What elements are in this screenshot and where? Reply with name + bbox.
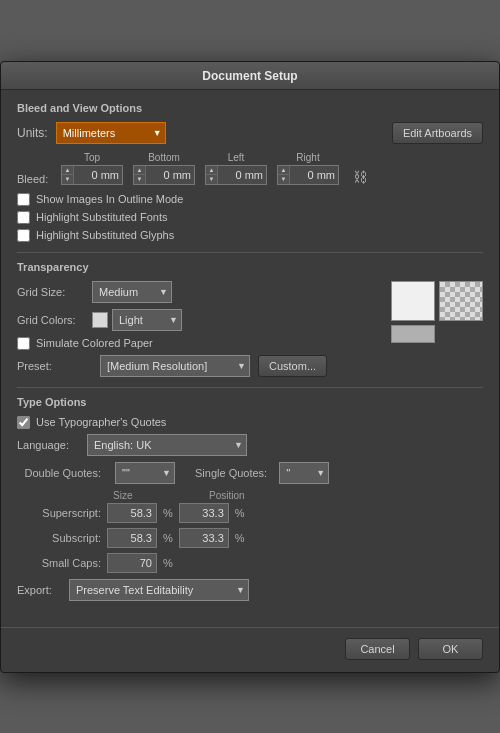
units-label: Units: bbox=[17, 126, 48, 140]
highlight-fonts-label: Highlight Substituted Fonts bbox=[36, 211, 167, 223]
simulate-paper-checkbox[interactable] bbox=[17, 337, 30, 350]
superscript-inputs: % % bbox=[107, 503, 245, 523]
superscript-label: Superscript: bbox=[17, 507, 107, 519]
dialog-footer: Cancel OK bbox=[1, 627, 499, 672]
edit-artboards-button[interactable]: Edit Artboards bbox=[392, 122, 483, 144]
show-images-checkbox[interactable] bbox=[17, 193, 30, 206]
quotes-row: Double Quotes: "" '' ▼ Single Quotes: ''… bbox=[17, 462, 483, 484]
bleed-label: Bleed: bbox=[17, 173, 55, 185]
units-select-wrapper: Millimeters Points Pixels Inches ▼ bbox=[56, 122, 166, 144]
language-row: Language: English: UK English: USA ▼ bbox=[17, 434, 483, 456]
grid-size-select[interactable]: Medium Small Large bbox=[92, 281, 172, 303]
bleed-left-label: Left bbox=[228, 152, 245, 163]
bleed-view-title: Bleed and View Options bbox=[17, 102, 483, 114]
preset-label: Preset: bbox=[17, 360, 92, 372]
bleed-left-arrows: ▲ ▼ bbox=[206, 166, 218, 184]
bleed-view-section: Bleed and View Options Units: Millimeter… bbox=[17, 102, 483, 242]
bleed-left-input[interactable] bbox=[218, 166, 266, 184]
units-select[interactable]: Millimeters Points Pixels Inches bbox=[56, 122, 166, 144]
preset-row: Preset: [Medium Resolution] [High Resolu… bbox=[17, 355, 483, 377]
divider-1 bbox=[17, 252, 483, 253]
single-quotes-label: Single Quotes: bbox=[195, 467, 267, 479]
trans-top-row bbox=[391, 281, 483, 321]
language-select-wrapper: English: UK English: USA ▼ bbox=[87, 434, 247, 456]
subscript-size-input[interactable] bbox=[107, 528, 157, 548]
subscript-position-input[interactable] bbox=[179, 528, 229, 548]
units-row: Units: Millimeters Points Pixels Inches … bbox=[17, 122, 483, 144]
bleed-bottom-input[interactable] bbox=[146, 166, 194, 184]
double-quotes-label: Double Quotes: bbox=[17, 467, 107, 479]
transparency-preview bbox=[391, 281, 483, 343]
position-col-label: Position bbox=[209, 490, 245, 501]
export-label: Export: bbox=[17, 584, 69, 596]
small-caps-row: Small Caps: % bbox=[17, 553, 483, 573]
checker-preview-box bbox=[439, 281, 483, 321]
grid-colors-select[interactable]: Light Medium Dark Custom bbox=[112, 309, 182, 331]
superscript-pos-pct: % bbox=[235, 507, 245, 519]
subscript-inputs: % % bbox=[107, 528, 245, 548]
preset-select[interactable]: [Medium Resolution] [High Resolution] [L… bbox=[100, 355, 250, 377]
superscript-position-input[interactable] bbox=[179, 503, 229, 523]
bleed-top-up[interactable]: ▲ bbox=[62, 166, 73, 176]
language-select[interactable]: English: UK English: USA bbox=[87, 434, 247, 456]
transparency-section: Transparency Grid Size: Medium Small bbox=[17, 261, 483, 377]
bleed-left-col: Left ▲ ▼ bbox=[205, 152, 267, 185]
bleed-top-spinner: ▲ ▼ bbox=[61, 165, 123, 185]
document-setup-dialog: Document Setup Bleed and View Options Un… bbox=[0, 61, 500, 673]
subscript-pos-pct: % bbox=[235, 532, 245, 544]
title-bar: Document Setup bbox=[1, 62, 499, 90]
bleed-bottom-arrows: ▲ ▼ bbox=[134, 166, 146, 184]
simulate-paper-label: Simulate Colored Paper bbox=[36, 337, 153, 349]
grid-colors-label: Grid Colors: bbox=[17, 314, 92, 326]
use-quotes-row: Use Typographer's Quotes bbox=[17, 416, 483, 429]
bleed-right-down[interactable]: ▼ bbox=[278, 175, 289, 184]
subscript-label: Subscript: bbox=[17, 532, 107, 544]
link-icon: ⛓ bbox=[353, 169, 367, 185]
preset-select-wrapper: [Medium Resolution] [High Resolution] [L… bbox=[100, 355, 250, 377]
export-row: Export: Preserve Text Editability Preser… bbox=[17, 579, 483, 601]
grid-colors-controls: Light Medium Dark Custom ▼ bbox=[92, 309, 182, 331]
highlight-fonts-row: Highlight Substituted Fonts bbox=[17, 211, 483, 224]
small-caps-label: Small Caps: bbox=[17, 557, 107, 569]
subscript-row: Subscript: % % bbox=[17, 528, 483, 548]
bleed-right-input[interactable] bbox=[290, 166, 338, 184]
single-quotes-select-wrapper: '' ▼ bbox=[279, 462, 329, 484]
export-select-wrapper: Preserve Text Editability Preserve Appea… bbox=[69, 579, 249, 601]
highlight-glyphs-checkbox[interactable] bbox=[17, 229, 30, 242]
show-images-row: Show Images In Outline Mode bbox=[17, 193, 483, 206]
trans-bottom-row bbox=[391, 325, 483, 343]
highlight-fonts-checkbox[interactable] bbox=[17, 211, 30, 224]
small-caps-input[interactable] bbox=[107, 553, 157, 573]
use-quotes-label: Use Typographer's Quotes bbox=[36, 416, 166, 428]
cancel-button[interactable]: Cancel bbox=[345, 638, 410, 660]
units-left: Units: Millimeters Points Pixels Inches … bbox=[17, 122, 166, 144]
bleed-right-col: Right ▲ ▼ bbox=[277, 152, 339, 185]
bleed-row: Bleed: Top ▲ ▼ bbox=[17, 152, 483, 185]
grid-color-swatch[interactable] bbox=[92, 312, 108, 328]
use-quotes-checkbox[interactable] bbox=[17, 416, 30, 429]
bleed-top-arrows: ▲ ▼ bbox=[62, 166, 74, 184]
white-preview-box bbox=[391, 281, 435, 321]
bleed-fields: Top ▲ ▼ Bottom bbox=[61, 152, 367, 185]
bleed-top-input[interactable] bbox=[74, 166, 122, 184]
bleed-right-spinner: ▲ ▼ bbox=[277, 165, 339, 185]
type-options-section: Type Options Use Typographer's Quotes La… bbox=[17, 396, 483, 601]
custom-button[interactable]: Custom... bbox=[258, 355, 327, 377]
language-label: Language: bbox=[17, 439, 87, 451]
bleed-right-up[interactable]: ▲ bbox=[278, 166, 289, 176]
single-quotes-select[interactable]: '' bbox=[279, 462, 329, 484]
export-select[interactable]: Preserve Text Editability Preserve Appea… bbox=[69, 579, 249, 601]
subscript-size-pct: % bbox=[163, 532, 173, 544]
double-quotes-select[interactable]: "" '' bbox=[115, 462, 175, 484]
bleed-left-down[interactable]: ▼ bbox=[206, 175, 217, 184]
bleed-top-down[interactable]: ▼ bbox=[62, 175, 73, 184]
dialog-title: Document Setup bbox=[202, 69, 297, 83]
bleed-bottom-down[interactable]: ▼ bbox=[134, 175, 145, 184]
script-header: Size Position bbox=[113, 490, 483, 501]
bleed-bottom-spinner: ▲ ▼ bbox=[133, 165, 195, 185]
ok-button[interactable]: OK bbox=[418, 638, 483, 660]
highlight-glyphs-label: Highlight Substituted Glyphs bbox=[36, 229, 174, 241]
bleed-bottom-up[interactable]: ▲ bbox=[134, 166, 145, 176]
bleed-left-up[interactable]: ▲ bbox=[206, 166, 217, 176]
superscript-size-input[interactable] bbox=[107, 503, 157, 523]
